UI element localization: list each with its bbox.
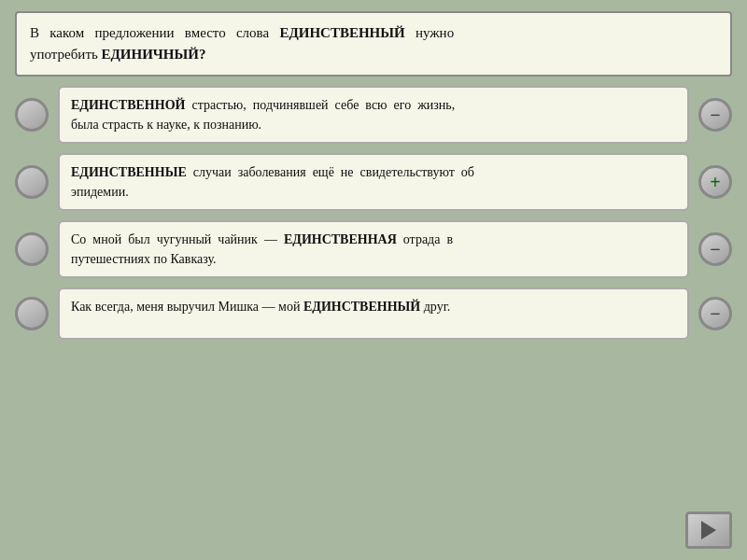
answer-row-3: Со мной был чугунный чайник — ЕДИНСТВЕНН… [15, 220, 732, 278]
answer-text-1: ЕДИНСТВЕННОЙ страстью, подчинявшей себе … [71, 98, 455, 132]
minus-icon-3: − [710, 239, 720, 260]
answer-box-2: ЕДИНСТВЕННЫЕ случаи заболевания ещё не с… [58, 153, 689, 211]
next-icon [701, 521, 716, 539]
answer-text-3: Со мной был чугунный чайник — ЕДИНСТВЕНН… [71, 232, 453, 266]
radio-btn-3[interactable] [15, 232, 49, 266]
minus-icon-1: − [710, 105, 720, 126]
answer-text-2: ЕДИНСТВЕННЫЕ случаи заболевания ещё не с… [71, 165, 474, 199]
radio-inner-2 [25, 175, 38, 189]
bottom-bar [15, 510, 732, 549]
radio-btn-1[interactable] [15, 98, 49, 132]
answer-box-3: Со мной был чугунный чайник — ЕДИНСТВЕНН… [58, 220, 689, 278]
minus-icon-4: − [710, 303, 720, 325]
question-text: В каком предложении вместо слова ЕДИНСТВ… [30, 25, 454, 62]
answer-row-4: Как всегда, меня выручил Мишка — мой ЕДИ… [15, 287, 732, 340]
answer-row-1: ЕДИНСТВЕННОЙ страстью, подчинявшей себе … [15, 86, 732, 144]
minus-btn-1[interactable]: − [698, 98, 732, 132]
question-box: В каком предложении вместо слова ЕДИНСТВ… [15, 11, 732, 77]
answer-text-4: Как всегда, меня выручил Мишка — мой ЕДИ… [71, 300, 450, 314]
radio-inner-1 [25, 108, 38, 121]
radio-btn-4[interactable] [15, 297, 49, 330]
answer-box-4: Как всегда, меня выручил Мишка — мой ЕДИ… [58, 287, 689, 340]
answer-row-2: ЕДИНСТВЕННЫЕ случаи заболевания ещё не с… [15, 153, 732, 211]
answer-box-1: ЕДИНСТВЕННОЙ страстью, подчинявшей себе … [58, 86, 689, 144]
answers-area: ЕДИНСТВЕННОЙ страстью, подчинявшей себе … [15, 86, 732, 500]
main-container: В каком предложении вместо слова ЕДИНСТВ… [0, 0, 747, 560]
next-button[interactable] [685, 511, 732, 549]
radio-inner-4 [25, 307, 38, 320]
minus-btn-4[interactable]: − [698, 297, 732, 330]
radio-btn-2[interactable] [15, 165, 49, 199]
radio-inner-3 [25, 243, 38, 256]
plus-btn-2[interactable]: + [698, 165, 732, 199]
plus-icon-2: + [710, 172, 720, 193]
minus-btn-3[interactable]: − [698, 232, 732, 266]
